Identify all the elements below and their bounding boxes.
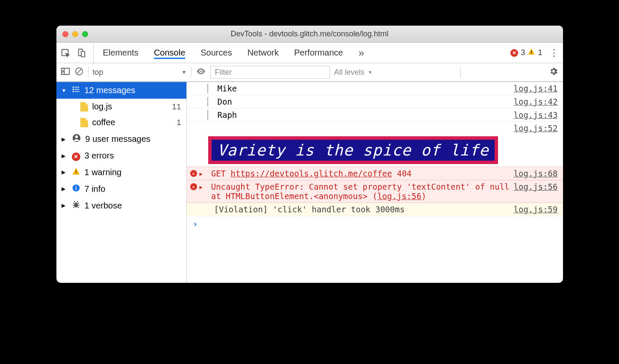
sidebar-errors[interactable]: ▶ ✕ 3 errors xyxy=(56,148,186,164)
settings-gear-icon[interactable] xyxy=(549,67,558,78)
chevron-right-icon[interactable]: ▶ xyxy=(200,171,203,177)
close-icon[interactable] xyxy=(62,31,68,37)
svg-rect-21 xyxy=(76,187,77,190)
device-toggle-icon[interactable] xyxy=(77,48,86,58)
chevron-right-icon: ▶ xyxy=(62,203,68,208)
tab-elements[interactable]: Elements xyxy=(103,48,139,58)
sidebar-warnings[interactable]: ▶ 1 warning xyxy=(56,164,186,181)
request-url[interactable]: https://devtools.glitch.me/coffee xyxy=(231,169,392,178)
log-levels-selector[interactable]: All levels ▼ xyxy=(334,68,373,77)
sidebar-verbose[interactable]: ▶ 1 verbose xyxy=(56,197,186,214)
source-link[interactable]: log.js:43 xyxy=(514,110,558,120)
source-link[interactable]: log.js:42 xyxy=(514,97,558,106)
toggle-sidebar-icon[interactable] xyxy=(61,67,70,78)
svg-rect-2 xyxy=(81,51,85,57)
svg-point-15 xyxy=(73,91,74,92)
source-link[interactable]: log.js:68 xyxy=(514,169,558,178)
svg-rect-3 xyxy=(531,51,532,53)
file-icon xyxy=(80,118,88,127)
sidebar-file-logjs[interactable]: log.js 11 xyxy=(56,99,186,114)
minimize-icon[interactable] xyxy=(72,31,78,37)
devtools-window: DevTools - devtools.glitch.me/console/lo… xyxy=(56,26,563,283)
styled-log-content: Variety is the spice of life xyxy=(187,135,563,164)
svg-point-9 xyxy=(200,70,202,72)
traffic-lights xyxy=(62,31,88,37)
log-row-styled[interactable]: log.js:52 xyxy=(187,122,563,135)
console-prompt[interactable]: › xyxy=(187,216,563,232)
svg-rect-19 xyxy=(76,173,77,174)
sidebar-user-messages[interactable]: ▶ 9 user messages xyxy=(56,130,186,148)
inspect-icon[interactable] xyxy=(61,48,70,58)
chevron-down-icon: ▼ xyxy=(62,88,68,94)
svg-point-22 xyxy=(75,185,77,187)
user-icon xyxy=(72,133,81,145)
log-row-error[interactable]: ✕ ▶ Uncaught TypeError: Cannot set prope… xyxy=(187,180,563,203)
svg-point-17 xyxy=(75,135,77,138)
prompt-icon: › xyxy=(193,219,198,229)
maximize-icon[interactable] xyxy=(82,31,88,37)
tabbar: Elements Console Sources Network Perform… xyxy=(56,43,563,63)
tab-performance[interactable]: Performance xyxy=(294,48,343,58)
info-icon xyxy=(72,184,80,194)
chevron-right-icon: ▶ xyxy=(62,169,68,175)
sidebar-file-coffee[interactable]: coffee 1 xyxy=(56,114,186,130)
error-icon: ✕ xyxy=(190,183,197,190)
context-label: top xyxy=(93,68,103,77)
sidebar-info[interactable]: ▶ 7 info xyxy=(56,181,186,197)
live-expression-icon[interactable] xyxy=(196,66,206,79)
tab-sources[interactable]: Sources xyxy=(200,48,232,58)
context-selector[interactable]: top ▼ xyxy=(93,68,187,77)
chevron-right-icon: ▶ xyxy=(62,136,68,142)
error-icon: ✕ xyxy=(72,151,80,161)
warning-icon xyxy=(72,167,80,178)
bug-icon xyxy=(72,200,80,211)
tab-console[interactable]: Console xyxy=(154,47,185,59)
filter-input[interactable] xyxy=(210,66,330,79)
log-row[interactable]: Don log.js:42 xyxy=(187,95,563,109)
chevron-down-icon: ▼ xyxy=(368,70,373,75)
sidebar-messages[interactable]: ▼ 12 messages xyxy=(56,82,186,99)
svg-point-13 xyxy=(73,87,74,88)
console-output: Mike log.js:41 Don log.js:42 Raph log.js… xyxy=(187,82,563,283)
source-link[interactable]: log.js:56 xyxy=(514,182,558,191)
source-link[interactable]: log.js:59 xyxy=(514,205,558,214)
error-icon: ✕ xyxy=(190,170,197,177)
chevron-right-icon: ▶ xyxy=(62,153,68,159)
titlebar: DevTools - devtools.glitch.me/console/lo… xyxy=(56,26,563,43)
source-link[interactable]: log.js:41 xyxy=(514,84,558,93)
svg-line-8 xyxy=(77,69,81,73)
error-count: 3 xyxy=(521,48,525,57)
chevron-right-icon[interactable]: ▶ xyxy=(200,184,203,190)
menu-kebab-icon[interactable]: ⋮ xyxy=(549,47,559,59)
error-badge-icon[interactable]: ✕ xyxy=(510,49,518,57)
source-link[interactable]: log.js:52 xyxy=(514,123,558,133)
svg-rect-4 xyxy=(531,53,532,54)
chevron-right-icon: ▶ xyxy=(62,186,68,192)
clear-console-icon[interactable] xyxy=(74,67,84,78)
svg-rect-18 xyxy=(76,170,77,172)
log-row[interactable]: Mike log.js:41 xyxy=(187,82,563,95)
warning-count: 1 xyxy=(538,48,542,57)
svg-rect-5 xyxy=(61,68,69,74)
stack-link[interactable]: log.js:56 xyxy=(377,191,422,201)
window-title: DevTools - devtools.glitch.me/console/lo… xyxy=(62,29,557,38)
log-row[interactable]: Raph log.js:43 xyxy=(187,109,563,122)
log-row-violation[interactable]: [Violation] 'click' handler took 3000ms … xyxy=(187,203,563,216)
svg-point-14 xyxy=(73,89,74,90)
log-row-error[interactable]: ✕ ▶ GET https://devtools.glitch.me/coffe… xyxy=(187,167,563,180)
tab-network[interactable]: Network xyxy=(248,48,279,58)
console-sidebar: ▼ 12 messages log.js 11 coffee 1 ▶ 9 use… xyxy=(56,82,187,283)
chevron-down-icon: ▼ xyxy=(182,69,187,75)
list-icon xyxy=(72,85,80,96)
file-icon xyxy=(80,102,88,112)
console-toolbar: top ▼ All levels ▼ xyxy=(56,63,563,82)
warning-badge-icon[interactable] xyxy=(528,48,535,58)
messages-label: 12 messages xyxy=(85,85,136,95)
tabs-overflow-icon[interactable]: » xyxy=(359,47,364,59)
